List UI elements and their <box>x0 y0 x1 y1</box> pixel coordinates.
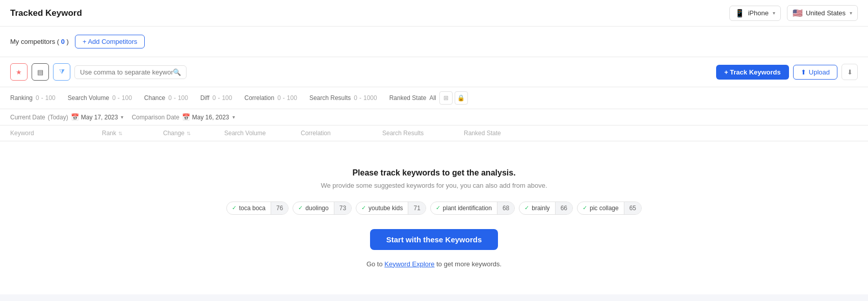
toolbar: ★ ▤ ⧩ 🔍 + Track Keywords ⬆ Upload ⬇ <box>0 57 868 87</box>
country-flag-icon: 🇺🇸 <box>793 8 803 18</box>
column-ranked-state: Ranked State <box>464 130 858 137</box>
chip-keyword-name: duolingo <box>305 205 328 212</box>
competitors-label: My competitors ( 0 ) <box>10 38 69 45</box>
column-search-volume: Search Volume <box>224 130 301 137</box>
calendar-icon: 📅 <box>71 113 79 121</box>
page-title: Tracked Keyword <box>10 8 82 18</box>
track-keywords-button[interactable]: + Track Keywords <box>716 65 789 80</box>
competitors-count: 0 <box>61 38 65 45</box>
correlation-filter: Correlation 0 - 100 <box>244 94 297 102</box>
chip-score: 68 <box>497 202 514 214</box>
comparison-date-item: Comparison Date 📅 May 16, 2023 ▾ <box>131 113 234 121</box>
change-sort-icon: ⇅ <box>187 131 191 136</box>
column-rank[interactable]: Rank ⇅ <box>102 130 163 137</box>
ranked-state-icons: ⊞ 🔒 <box>439 91 468 105</box>
device-label: iPhone <box>748 9 768 17</box>
ranked-grid-icon-button[interactable]: ⊞ <box>439 91 453 105</box>
chip-score: 76 <box>271 202 288 214</box>
start-keywords-button[interactable]: Start with these Keywords <box>370 229 498 250</box>
keyword-search-input[interactable] <box>80 68 173 76</box>
download-button[interactable]: ⬇ <box>841 64 858 80</box>
ranking-range: 0 - 100 <box>36 94 56 102</box>
keyword-suggestions: ✓ toca boca 76 ✓ duolingo 73 ✓ youtube k… <box>226 202 642 215</box>
add-competitors-button[interactable]: + Add Competitors <box>75 35 145 48</box>
chip-keyword-name: brainly <box>532 205 549 212</box>
keyword-explore-link[interactable]: Keyword Explore <box>384 260 434 268</box>
column-change[interactable]: Change ⇅ <box>163 130 224 137</box>
ranked-state-filter: Ranked State All ⊞ 🔒 <box>389 91 468 105</box>
competitors-bar: My competitors ( 0 ) + Add Competitors <box>0 27 868 57</box>
column-search-results: Search Results <box>382 130 464 137</box>
chip-score: 66 <box>555 202 572 214</box>
top-bar-right: 📱 iPhone ▾ 🇺🇸 United States ▾ <box>729 5 858 21</box>
chip-score: 65 <box>624 202 641 214</box>
comparison-date-chevron: ▾ <box>232 114 235 120</box>
country-chevron-icon: ▾ <box>850 10 852 16</box>
list-filter-button[interactable]: ▤ <box>32 63 49 81</box>
table-header: Keyword Rank ⇅ Change ⇅ Search Volume Co… <box>0 126 868 141</box>
comparison-calendar-icon: 📅 <box>182 113 190 121</box>
column-correlation: Correlation <box>301 130 382 137</box>
explore-link-row: Go to Keyword Explore to get more keywor… <box>366 260 502 268</box>
chip-keyword-name: toca boca <box>239 205 266 212</box>
keyword-chip[interactable]: ✓ brainly 66 <box>519 202 573 215</box>
keyword-chip[interactable]: ✓ duolingo 73 <box>293 202 352 215</box>
volume-range: 0 - 100 <box>112 94 132 102</box>
column-keyword: Keyword <box>10 130 102 137</box>
device-chevron-icon: ▾ <box>773 10 775 16</box>
ranked-lock-icon-button[interactable]: 🔒 <box>455 91 468 105</box>
chip-check-icon: ✓ <box>583 205 587 211</box>
empty-state: Please track keywords to get the analysi… <box>0 141 868 294</box>
empty-title: Please track keywords to get the analysi… <box>352 168 515 178</box>
rank-sort-icon: ⇅ <box>118 131 122 136</box>
chip-check-icon: ✓ <box>232 205 236 211</box>
chip-score: 73 <box>334 202 351 214</box>
current-date-item: Current Date (Today) 📅 May 17, 2023 ▾ <box>10 113 123 121</box>
keyword-chip[interactable]: ✓ pic collage 65 <box>577 202 642 215</box>
chance-range: 0 - 100 <box>168 94 188 102</box>
device-selector[interactable]: 📱 iPhone ▾ <box>729 6 780 21</box>
advanced-filter-button[interactable]: ⧩ <box>53 63 70 81</box>
keyword-search-wrap: 🔍 <box>74 65 187 79</box>
comparison-date-picker[interactable]: 📅 May 16, 2023 ▾ <box>182 113 235 121</box>
date-row: Current Date (Today) 📅 May 17, 2023 ▾ Co… <box>0 109 868 126</box>
empty-subtitle: We provide some suggested keywords for y… <box>321 182 547 189</box>
keyword-chip[interactable]: ✓ plant identification 68 <box>430 202 515 215</box>
country-label: United States <box>806 9 846 17</box>
keyword-chip[interactable]: ✓ youtube kids 71 <box>356 202 426 215</box>
chip-keyword-name: pic collage <box>590 205 619 212</box>
toolbar-left: ★ ▤ ⧩ 🔍 <box>10 63 187 81</box>
chip-check-icon: ✓ <box>361 205 366 211</box>
chip-keyword-name: youtube kids <box>369 205 403 212</box>
chip-check-icon: ✓ <box>436 205 440 211</box>
country-selector[interactable]: 🇺🇸 United States ▾ <box>787 5 858 21</box>
chance-filter: Chance 0 - 100 <box>144 94 188 102</box>
chip-check-icon: ✓ <box>298 205 303 211</box>
chip-keyword-name: plant identification <box>443 205 492 212</box>
current-date-chevron: ▾ <box>121 114 123 120</box>
diff-range: 0 - 100 <box>213 94 232 102</box>
chip-score: 71 <box>408 202 425 214</box>
filters-row: Ranking 0 - 100 Search Volume 0 - 100 Ch… <box>0 87 868 109</box>
diff-filter: Diff 0 - 100 <box>200 94 232 102</box>
results-range: 0 - 1000 <box>354 94 377 102</box>
upload-button[interactable]: ⬆ Upload <box>793 65 837 80</box>
current-date-picker[interactable]: 📅 May 17, 2023 ▾ <box>71 113 124 121</box>
favorites-filter-button[interactable]: ★ <box>10 63 28 81</box>
device-icon: 📱 <box>735 9 745 18</box>
ranking-filter: Ranking 0 - 100 <box>10 94 56 102</box>
toolbar-right: + Track Keywords ⬆ Upload ⬇ <box>716 64 858 80</box>
upload-icon: ⬆ <box>801 68 806 76</box>
keyword-chip[interactable]: ✓ toca boca 76 <box>226 202 288 215</box>
volume-filter: Search Volume 0 - 100 <box>68 94 132 102</box>
top-bar: Tracked Keyword 📱 iPhone ▾ 🇺🇸 United Sta… <box>0 0 868 27</box>
correlation-range: 0 - 100 <box>277 94 297 102</box>
chip-check-icon: ✓ <box>524 205 529 211</box>
results-filter: Search Results 0 - 1000 <box>309 94 377 102</box>
search-icon: 🔍 <box>173 68 181 76</box>
